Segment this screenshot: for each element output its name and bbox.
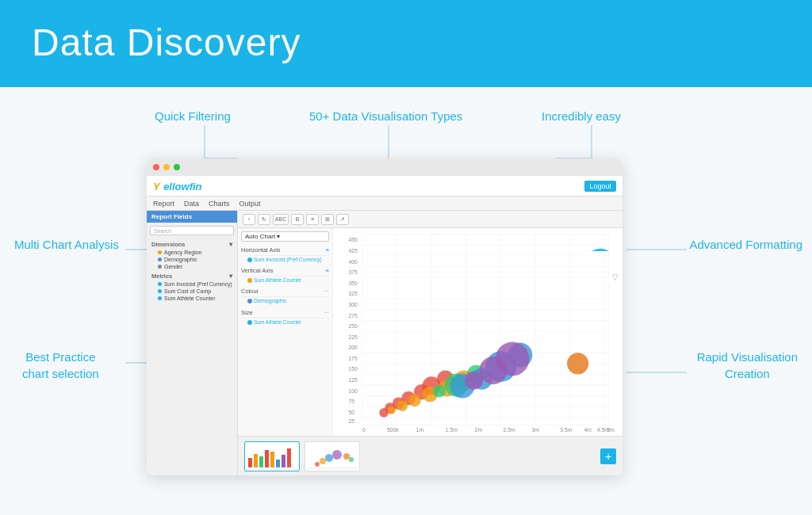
dot-gender — [158, 265, 162, 269]
svg-text:0: 0 — [362, 427, 366, 433]
tool-format[interactable]: ≡ — [306, 214, 319, 225]
chart-area: ▽ 450 425 400 375 350 325 300 275 — [333, 228, 622, 436]
logout-button[interactable]: Logout — [584, 181, 616, 192]
chart-thumbnails: + — [238, 436, 622, 475]
dot-athlete — [158, 296, 162, 300]
nav-report[interactable]: Report — [153, 200, 174, 208]
bullet-h — [247, 258, 252, 262]
svg-text:5m: 5m — [607, 427, 615, 433]
search-box[interactable]: Search — [150, 226, 234, 235]
svg-text:500k: 500k — [387, 427, 399, 433]
app-logo: Y ellowfin — [153, 179, 202, 193]
svg-text:25: 25 — [348, 418, 354, 424]
svg-text:200: 200 — [348, 345, 358, 350]
tool-abc[interactable]: ABC — [273, 214, 289, 225]
svg-point-113 — [325, 454, 333, 462]
size-value: Sum Athlete Counter — [241, 319, 329, 326]
tool-bold[interactable]: B — [291, 214, 304, 225]
svg-text:400: 400 — [348, 259, 358, 265]
chart-type-select[interactable]: Auto Chart ▾ — [241, 231, 329, 242]
feature-best-practice: Best Practicechart selection — [22, 349, 99, 382]
colour-value: Demographic — [241, 297, 329, 304]
nav-bar: Report Data Charts Output — [147, 196, 622, 211]
dot-yellow — [163, 164, 170, 170]
bullet-colour — [247, 299, 252, 303]
logo-y: Y — [153, 181, 160, 193]
chart-type-row: Auto Chart ▾ — [241, 231, 329, 242]
field-sum-cost: Sum Cost of Camp — [147, 288, 237, 295]
feature-rapid-vis: Rapid VisualisationCreation — [697, 349, 798, 382]
blue-arc-decoration — [572, 231, 611, 271]
svg-text:125: 125 — [348, 377, 358, 383]
svg-rect-109 — [287, 448, 291, 467]
svg-text:325: 325 — [348, 291, 358, 296]
vertical-axis-label: Vertical Axis ≡ — [241, 265, 329, 277]
search-placeholder: Search — [154, 228, 171, 234]
svg-text:175: 175 — [348, 356, 358, 361]
dot-invoiced — [158, 282, 162, 286]
svg-point-73 — [397, 400, 408, 411]
svg-text:225: 225 — [348, 334, 358, 340]
dot-cost — [158, 289, 162, 293]
colour-section: Colour ··· — [241, 286, 329, 297]
svg-text:50: 50 — [348, 410, 354, 415]
svg-point-88 — [567, 353, 588, 374]
svg-point-74 — [408, 395, 421, 407]
horizontal-axis-label: Horizontal Axis ≡ — [241, 245, 329, 256]
svg-rect-104 — [259, 456, 263, 467]
dot-red — [153, 164, 159, 170]
app-content: Report Fields Search Dimensions ▾ Agency… — [147, 211, 622, 475]
svg-text:100: 100 — [348, 388, 358, 394]
svg-rect-102 — [248, 458, 252, 467]
nav-charts[interactable]: Charts — [209, 200, 230, 208]
svg-text:375: 375 — [348, 269, 358, 275]
tool-refresh[interactable]: ↻ — [258, 214, 270, 225]
field-demographic: Demographic — [147, 256, 237, 263]
thumbnail-scatter-chart[interactable] — [304, 441, 360, 471]
svg-text:300: 300 — [348, 302, 358, 307]
svg-text:1m: 1m — [416, 427, 424, 433]
svg-text:75: 75 — [348, 399, 354, 404]
svg-text:4m: 4m — [584, 427, 592, 433]
thumbnail-bar-chart[interactable] — [244, 441, 300, 471]
tool-export[interactable]: ↗ — [336, 214, 349, 225]
svg-point-116 — [349, 457, 354, 462]
svg-point-114 — [332, 450, 342, 460]
app-screenshot: Y ellowfin Logout Report Data Charts Out… — [147, 158, 622, 475]
svg-text:3m: 3m — [531, 427, 539, 433]
page-header: Data Discovery — [0, 0, 812, 87]
vertical-axis-section: Vertical Axis ≡ Sum Athlete Counter — [241, 265, 329, 284]
app-bar: Y ellowfin Logout — [147, 176, 622, 196]
tool-grid[interactable]: ⊞ — [321, 214, 334, 225]
browser-chrome — [147, 158, 622, 176]
svg-text:2.5m: 2.5m — [504, 427, 515, 433]
svg-rect-105 — [265, 450, 269, 467]
feature-multi-chart: Multi Chart Analysis — [14, 238, 119, 251]
page-title: Data Discovery — [32, 21, 301, 64]
filter-icon[interactable]: ▽ — [612, 273, 619, 281]
bullet-size — [247, 320, 252, 325]
svg-text:450: 450 — [348, 237, 358, 242]
config-panel: Auto Chart ▾ Horizontal Axis ≡ Sum Invoi… — [238, 228, 333, 436]
feature-data-vis-types: 50+ Data Visualisation Types — [309, 109, 462, 123]
tool-back[interactable]: ‹ — [243, 214, 255, 225]
svg-text:350: 350 — [348, 280, 358, 286]
svg-text:3.5m: 3.5m — [560, 427, 572, 433]
svg-point-112 — [320, 458, 326, 464]
bullet-v — [247, 278, 252, 283]
dimensions-header: Dimensions ▾ — [147, 238, 237, 249]
metrics-header: Metrics ▾ — [147, 270, 237, 280]
svg-rect-107 — [276, 460, 280, 467]
svg-rect-108 — [282, 455, 285, 467]
svg-point-87 — [496, 342, 530, 376]
svg-point-115 — [343, 453, 350, 460]
svg-text:275: 275 — [348, 313, 358, 319]
field-sum-invoiced: Sum Invoiced (Pref Currency) — [147, 280, 237, 288]
svg-rect-103 — [254, 454, 258, 467]
dot-agency — [158, 250, 162, 254]
nav-data[interactable]: Data — [184, 200, 199, 208]
add-chart-button[interactable]: + — [600, 448, 616, 464]
nav-output[interactable]: Output — [239, 200, 261, 208]
svg-rect-106 — [270, 452, 274, 467]
feature-advanced-formatting: Advanced Formatting — [689, 238, 802, 251]
